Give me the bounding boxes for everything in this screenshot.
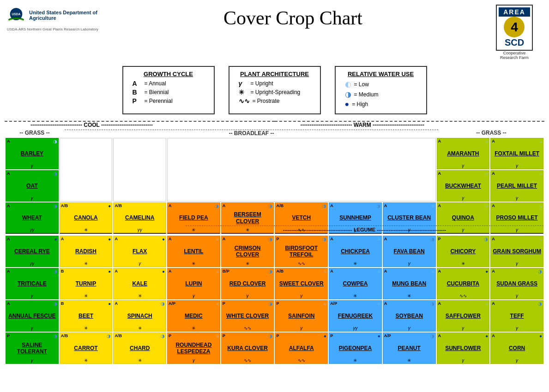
usda-name: United States Department of Agriculture bbox=[29, 10, 99, 21]
water-use-title: RELATIVE WATER USE bbox=[345, 71, 417, 77]
barley-cell: A ◑ BARLEY γ bbox=[6, 138, 59, 169]
legend-low-water: ◐ = Low bbox=[345, 80, 417, 89]
legend-upright: γ = Upright bbox=[239, 80, 311, 87]
table-row: A ◑ ANNUAL FESCUE γ B ● BEET ✳ A ◑ SPINA… bbox=[6, 300, 543, 332]
lupin-cell: A ○ LUPIN γ bbox=[167, 268, 220, 299]
peanut-cell: A/P ◑ PEANUT ✳ bbox=[383, 333, 436, 364]
area-label: AREA bbox=[499, 7, 530, 17]
chicory-cell: P ◑ CHICORY ✳ bbox=[437, 236, 490, 267]
roundhead-lespedeza-cell: P ○ ROUNDHEAD LESPEDEZA γ bbox=[167, 333, 220, 364]
pigeonpea-cell: P ● PIGEONPEA ✳ bbox=[329, 333, 382, 364]
empty-col2-r1 bbox=[113, 138, 166, 202]
warm-label: ---------------------------- WARM ------… bbox=[298, 122, 427, 128]
chard-cell: A/B ◑ CHARD ✳ bbox=[113, 333, 166, 364]
legend-annual: A = Annual bbox=[133, 80, 205, 87]
table-row: A ◑ TRITICALE γ B ● TURNIP ✳ A ● KALE ✳ … bbox=[6, 268, 543, 299]
legend-row: GROWTH CYCLE A = Annual B = Biennial P =… bbox=[0, 62, 549, 118]
cucurbita-cell: A ● CUCURBITA ∿∿ bbox=[437, 268, 490, 299]
medic-cell: A/P ○ MEDIC ✳ bbox=[167, 300, 220, 332]
annual-fescue-cell: A ◑ ANNUAL FESCUE γ bbox=[6, 300, 59, 332]
area-badge: AREA 4 SCD Cooperative Research Farm bbox=[487, 5, 542, 60]
turnip-cell: B ● TURNIP ✳ bbox=[60, 268, 113, 299]
canola-cell: A/B ● CANOLA ✳ bbox=[60, 202, 113, 234]
grass-right-label: -- GRASS -- bbox=[438, 130, 544, 137]
saline-tolerant-cell: P ◑ SALINE TOLERANT γ bbox=[6, 333, 59, 364]
lentil-cell: A ○ LENTIL ✳ bbox=[167, 236, 220, 267]
buckwheat-cell: A ○ BUCKWHEAT γ bbox=[437, 170, 490, 202]
legume-label: ----------------------------------------… bbox=[186, 226, 543, 232]
scd-text: SCD bbox=[505, 37, 524, 48]
wheat-cell: A ◑ WHEAT γγ bbox=[6, 202, 59, 234]
grass-left-label: -- GRASS -- bbox=[5, 130, 65, 137]
empty-center bbox=[167, 138, 435, 202]
growth-cycle-title: GROWTH CYCLE bbox=[133, 71, 205, 77]
table-row: A ● CEREAL RYE γγ A ● RADISH ✳ A ● FLAX … bbox=[6, 236, 543, 267]
alfalfa-cell: P ● ALFALFA ∿∿ bbox=[275, 333, 328, 364]
crimson-clover-cell: A ◑ CRIMSON CLOVER ✳ bbox=[221, 236, 274, 267]
main-chart-table: A ◑ BARLEY γ A ○ AMARANTH γ A bbox=[5, 137, 544, 365]
kura-clover-cell: P ◑ KURA CLOVER ∿∿ bbox=[221, 333, 274, 364]
table-row: P ◑ SALINE TOLERANT γ A/B ◑ CARROT ✳ A/B… bbox=[6, 333, 543, 364]
header: USDA United States Department of Agricul… bbox=[0, 0, 549, 62]
table-row: A ◑ BARLEY γ A ○ AMARANTH γ A bbox=[6, 138, 543, 169]
legend-prostrate: ∿∿ = Prostrate bbox=[239, 97, 311, 105]
legend-med-water: ◑ = Medium bbox=[345, 90, 417, 99]
amaranth-cell: A ○ AMARANTH γ bbox=[437, 138, 490, 169]
plant-arch-title: PLANT ARCHITECTURE bbox=[239, 71, 311, 77]
legend-high-water: ● = High bbox=[345, 100, 417, 108]
grain-sorghum-cell: A ○ GRAIN SORGHUM γ bbox=[490, 236, 543, 267]
safflower-cell: A ○ SAFFLOWER γ bbox=[437, 300, 490, 332]
legend-perennial: P = Perennial bbox=[133, 97, 205, 105]
sudan-grass-cell: A ◑ SUDAN GRASS γ bbox=[490, 268, 543, 299]
cool-label: ---------------------------- COOL ------… bbox=[28, 122, 156, 128]
spinach-cell: A ◑ SPINACH ✳ bbox=[113, 300, 166, 332]
area-number: 4 bbox=[504, 17, 525, 37]
camelina-cell: A/B ○ CAMELINA γγ bbox=[113, 202, 166, 234]
fenugreek-cell: A/P ○ FENUGREEK γγ bbox=[329, 300, 382, 332]
chart-container: A ◑ BARLEY γ A ○ AMARANTH γ A bbox=[0, 137, 549, 367]
usda-subtitle: USDA-ARS Northern Great Plains Research … bbox=[7, 27, 99, 31]
flax-cell: A ● FLAX γ bbox=[113, 236, 166, 267]
water-use-legend: RELATIVE WATER USE ◐ = Low ◑ = Medium ● … bbox=[335, 66, 427, 114]
empty-col1-r1 bbox=[60, 138, 113, 202]
crf-text: Cooperative Research Farm bbox=[500, 51, 529, 60]
radish-cell: A ● RADISH ✳ bbox=[60, 236, 113, 267]
main-title: Cover Crop Chart bbox=[99, 5, 487, 29]
legend-biennial: B = Biennial bbox=[133, 89, 205, 96]
sainfoin-cell: P ○ SAINFOIN γ bbox=[275, 300, 328, 332]
beet-cell: B ● BEET ✳ bbox=[60, 300, 113, 332]
foxtail-millet-cell: A ○ FOXTAIL MILLET γ bbox=[490, 138, 543, 169]
birdsfoot-trefoil-cell: P ◑ BIRDSFOOT TREFOIL ∿∿ bbox=[275, 236, 328, 267]
mung-bean-cell: A ○ MUNG BEAN ✳ bbox=[383, 268, 436, 299]
carrot-cell: A/B ◑ CARROT ✳ bbox=[60, 333, 113, 364]
soybean-cell: A ◑ SOYBEAN γ bbox=[383, 300, 436, 332]
category-row: -- GRASS -- -- BROADLEAF -- -- GRASS -- bbox=[0, 129, 549, 137]
svg-text:USDA: USDA bbox=[12, 12, 21, 16]
plant-arch-legend: PLANT ARCHITECTURE γ = Upright ✳ = Uprig… bbox=[229, 66, 321, 114]
pearl-millet-cell: A ○ PEARL MILLET γ bbox=[490, 170, 543, 202]
usda-logo: USDA United States Department of Agricul… bbox=[7, 5, 99, 31]
broadleaf-label: -- BROADLEAF -- bbox=[65, 130, 438, 137]
cereal-rye-cell: A ● CEREAL RYE γγ bbox=[6, 236, 59, 267]
red-clover-cell: B/P ◑ RED CLOVER γ bbox=[221, 268, 274, 299]
triticale-cell: A ◑ TRITICALE γ bbox=[6, 268, 59, 299]
legend-upright-spreading: ✳ = Upright-Spreading bbox=[239, 89, 311, 96]
cowpea-cell: A ○ COWPEA ✳ bbox=[329, 268, 382, 299]
sunflower-cell: A ● SUNFLOWER γ bbox=[437, 333, 490, 364]
white-clover-cell: P ◑ WHITE CLOVER ∿∿ bbox=[221, 300, 274, 332]
corn-cell: A ● CORN γ bbox=[490, 333, 543, 364]
growth-cycle-legend: GROWTH CYCLE A = Annual B = Biennial P =… bbox=[122, 66, 215, 114]
teff-cell: A ◑ TEFF γ bbox=[490, 300, 543, 332]
sweet-clover-cell: A/B ○ SWEET CLOVER γ bbox=[275, 268, 328, 299]
kale-cell: A ● KALE ✳ bbox=[113, 268, 166, 299]
oat-cell: A ◑ OAT γ bbox=[6, 170, 59, 202]
usda-emblem-icon: USDA bbox=[7, 5, 25, 25]
fava-bean-cell: A ◑ FAVA BEAN γ bbox=[383, 236, 436, 267]
chickpea-cell: A ○ CHICKPEA ✳ bbox=[329, 236, 382, 267]
